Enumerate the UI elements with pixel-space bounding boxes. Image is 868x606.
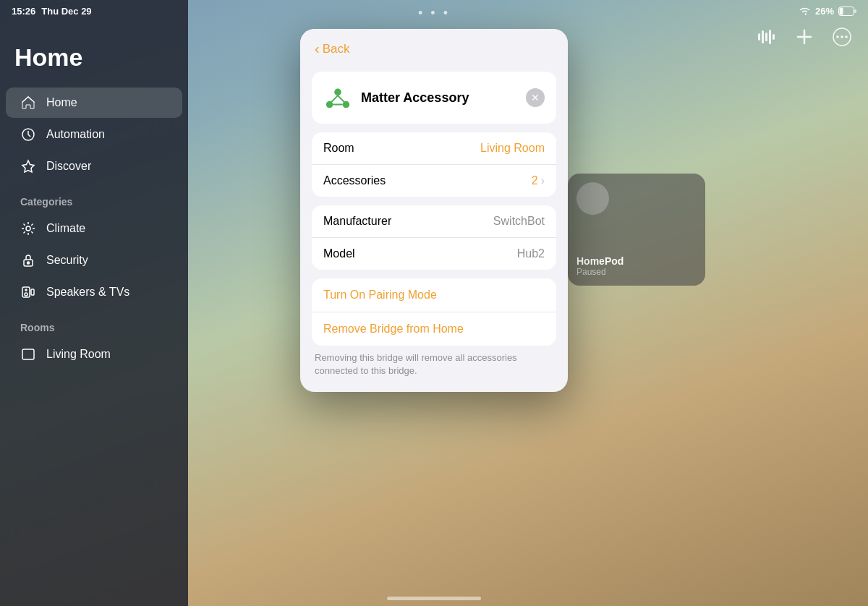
accessories-value: 2 ›: [532, 174, 545, 187]
status-right: 26%: [799, 6, 856, 17]
back-label: Back: [323, 42, 350, 56]
manufacturer-value: SwitchBot: [493, 215, 545, 228]
pairing-mode-row[interactable]: Turn On Pairing Mode: [312, 278, 556, 312]
svg-rect-1: [854, 9, 856, 13]
manufacturer-row: Manufacturer SwitchBot: [312, 205, 556, 238]
close-button[interactable]: ✕: [526, 88, 545, 107]
device-name: Matter Accessory: [361, 90, 469, 106]
model-label: Model: [323, 247, 355, 260]
location-card: Room Living Room Accessories 2 ›: [312, 132, 556, 197]
actions-card: Turn On Pairing Mode Remove Bridge from …: [312, 278, 556, 346]
home-indicator: [387, 597, 481, 600]
modal-overlay: ‹ Back Matter Accessory: [0, 0, 868, 606]
date: Thu Dec 29: [41, 6, 91, 17]
remove-bridge-row[interactable]: Remove Bridge from Home: [312, 312, 556, 346]
accessories-row[interactable]: Accessories 2 ›: [312, 165, 556, 197]
status-left: 15:26 Thu Dec 29: [12, 6, 92, 17]
warning-text: Removing this bridge will remove all acc…: [312, 351, 556, 377]
time: 15:26: [12, 6, 35, 17]
remove-bridge-label: Remove Bridge from Home: [323, 323, 464, 335]
device-header-card: Matter Accessory ✕: [312, 72, 556, 124]
model-value: Hub2: [517, 247, 545, 260]
accessories-count: 2: [532, 174, 538, 187]
modal-panel: ‹ Back Matter Accessory: [300, 29, 568, 392]
room-value: Living Room: [480, 142, 545, 155]
battery-percent: 26%: [815, 6, 834, 17]
model-row: Model Hub2: [312, 238, 556, 270]
svg-rect-2: [840, 7, 843, 14]
manufacturer-label: Manufacturer: [323, 215, 391, 228]
svg-point-33: [326, 101, 333, 108]
room-row[interactable]: Room Living Room: [312, 132, 556, 165]
wifi-icon: [799, 7, 811, 16]
svg-line-36: [338, 95, 344, 102]
back-button[interactable]: ‹ Back: [315, 40, 349, 57]
top-dots: • • •: [418, 6, 450, 21]
modal-header: ‹ Back: [300, 29, 568, 66]
svg-line-35: [331, 95, 338, 102]
svg-point-32: [334, 89, 341, 96]
pairing-mode-label: Turn On Pairing Mode: [323, 289, 437, 301]
svg-point-34: [343, 101, 350, 108]
room-label: Room: [323, 142, 354, 155]
accessories-chevron: ›: [541, 174, 545, 187]
details-card: Manufacturer SwitchBot Model Hub2: [312, 205, 556, 270]
accessories-label: Accessories: [323, 174, 386, 187]
matter-icon: [323, 83, 352, 112]
device-header-left: Matter Accessory: [323, 83, 469, 112]
battery-icon: [838, 7, 856, 16]
back-chevron-icon: ‹: [315, 40, 320, 57]
